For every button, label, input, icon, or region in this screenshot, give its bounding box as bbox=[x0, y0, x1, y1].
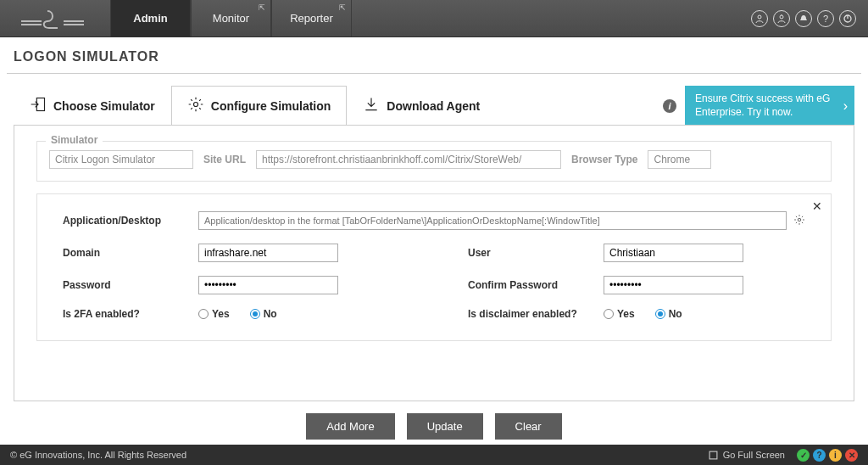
browser-type-input[interactable] bbox=[648, 150, 711, 169]
app-desktop-input[interactable] bbox=[198, 211, 787, 230]
details-box: ✕ Application/Desktop Domain User bbox=[36, 193, 832, 341]
top-nav: Admin Monitor⇱ Reporter⇱ ? bbox=[0, 0, 868, 37]
svg-rect-7 bbox=[709, 451, 717, 459]
site-url-label: Site URL bbox=[203, 154, 246, 165]
nav-tab-monitor[interactable]: Monitor⇱ bbox=[191, 0, 271, 36]
status-help-icon[interactable]: ? bbox=[813, 449, 826, 462]
config-panel: Simulator Site URL Browser Type ✕ Applic… bbox=[14, 125, 854, 401]
disclaimer-no[interactable]: No bbox=[655, 308, 682, 320]
status-close-icon[interactable]: ✕ bbox=[845, 449, 858, 462]
fullscreen-button[interactable]: Go Full Screen bbox=[709, 450, 785, 460]
confirm-password-label: Confirm Password bbox=[468, 279, 604, 291]
svg-point-5 bbox=[193, 103, 198, 107]
simulator-legend: Simulator bbox=[46, 134, 103, 146]
logo bbox=[0, 0, 110, 36]
disclaimer-label: Is disclaimer enabled? bbox=[468, 308, 604, 320]
user-icon[interactable] bbox=[751, 10, 768, 27]
status-info-icon[interactable]: i bbox=[829, 449, 842, 462]
status-dots: ✓ ? i ✕ bbox=[797, 449, 858, 462]
domain-label: Domain bbox=[63, 247, 198, 259]
footer: © eG Innovations, Inc. All Rights Reserv… bbox=[0, 445, 868, 465]
clear-button[interactable]: Clear bbox=[495, 413, 562, 440]
close-icon[interactable]: ✕ bbox=[812, 199, 822, 213]
power-icon[interactable] bbox=[839, 10, 856, 27]
svg-point-6 bbox=[798, 218, 801, 221]
gear-icon bbox=[187, 96, 204, 115]
user-label: User bbox=[468, 247, 604, 259]
user-input[interactable] bbox=[604, 244, 743, 262]
domain-input[interactable] bbox=[198, 244, 338, 262]
download-icon bbox=[363, 96, 380, 115]
nav-icons: ? bbox=[751, 0, 868, 36]
twofa-label: Is 2FA enabled? bbox=[63, 308, 198, 320]
step-download-agent[interactable]: Download Agent bbox=[347, 86, 496, 126]
help-icon[interactable]: ? bbox=[817, 10, 834, 27]
password-input[interactable] bbox=[198, 276, 338, 294]
user-alt-icon[interactable] bbox=[773, 10, 790, 27]
nav-tab-reporter[interactable]: Reporter⇱ bbox=[271, 0, 352, 36]
popout-icon: ⇱ bbox=[259, 3, 265, 12]
enter-icon bbox=[30, 96, 47, 115]
twofa-yes[interactable]: Yes bbox=[198, 308, 230, 320]
nav-tabs: Admin Monitor⇱ Reporter⇱ bbox=[110, 0, 352, 36]
copyright: © eG Innovations, Inc. All Rights Reserv… bbox=[10, 450, 186, 460]
app-desktop-label: Application/Desktop bbox=[63, 215, 198, 227]
svg-point-1 bbox=[780, 15, 783, 19]
disclaimer-yes[interactable]: Yes bbox=[604, 308, 635, 320]
info-icon[interactable]: i bbox=[663, 99, 676, 113]
add-more-button[interactable]: Add More bbox=[306, 413, 394, 440]
password-label: Password bbox=[63, 279, 198, 291]
twofa-no[interactable]: No bbox=[250, 308, 277, 320]
promo-banner[interactable]: Ensure Citrix success with eG Enterprise… bbox=[685, 86, 854, 126]
page-title: LOGON SIMULATOR bbox=[7, 37, 861, 74]
step-configure-simulation[interactable]: Configure Simulation bbox=[171, 86, 348, 126]
simulator-name-input[interactable] bbox=[49, 150, 193, 169]
site-url-input[interactable] bbox=[256, 150, 561, 169]
browser-type-label: Browser Type bbox=[571, 154, 637, 165]
bell-icon[interactable] bbox=[795, 10, 812, 27]
status-ok-icon[interactable]: ✓ bbox=[797, 449, 810, 462]
update-button[interactable]: Update bbox=[407, 413, 483, 440]
svg-point-0 bbox=[758, 15, 761, 19]
nav-tab-admin[interactable]: Admin bbox=[110, 0, 191, 36]
popout-icon: ⇱ bbox=[339, 3, 346, 12]
gear-icon[interactable] bbox=[793, 214, 805, 228]
step-choose-simulator[interactable]: Choose Simulator bbox=[14, 86, 171, 126]
simulator-bar: Simulator Site URL Browser Type bbox=[36, 141, 832, 182]
confirm-password-input[interactable] bbox=[604, 276, 743, 294]
